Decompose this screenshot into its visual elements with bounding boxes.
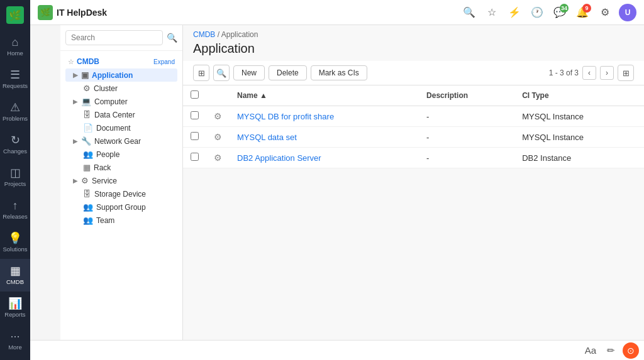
toolbar: ⊞ 🔍 New Delete Mark as CIs 1 - 3 of 3 ‹ … (183, 61, 644, 85)
nav-label-problems: Problems (3, 115, 28, 122)
ci-row-icon: ⚙ (214, 132, 222, 142)
nav-rail: 🌿 ⌂ Home ☰ Requests ⚠ Problems ↻ Changes… (0, 0, 30, 360)
reports-icon: 📊 (8, 298, 22, 309)
nav-label-more: More (8, 344, 22, 351)
nav-label-releases: Releases (3, 213, 28, 220)
nav-item-projects[interactable]: ◫ Projects (0, 161, 30, 194)
sidebar-item-application[interactable]: ▶ ▣ Application (65, 68, 177, 82)
notification-badge: 9 (582, 4, 591, 13)
flash-icon-btn[interactable]: ⚡ (506, 4, 523, 21)
sidebar-item-team[interactable]: 👥 Team (65, 214, 177, 227)
nav-item-more[interactable]: ··· More (0, 324, 30, 357)
storage-device-icon: 🗄 (83, 189, 91, 199)
table-header-row: Name ▲ Description CI Type (183, 85, 644, 106)
nav-item-reports[interactable]: 📊 Reports (0, 292, 30, 324)
data-table: Name ▲ Description CI Type ⚙ MYSQL DB fo… (183, 85, 644, 168)
sidebar-item-data-center[interactable]: 🗄 Data Center (65, 108, 177, 121)
nav-item-releases[interactable]: ↑ Releases (0, 194, 30, 226)
cmdb-root-icon: ☆ (68, 58, 74, 66)
search-icon: 🔍 (167, 33, 177, 43)
row-name[interactable]: MYSQL data set (237, 133, 297, 142)
sidebar-item-document[interactable]: 📄 Document (65, 121, 177, 134)
gear-icon-btn[interactable]: ⚙ (596, 4, 614, 21)
sidebar-item-computer[interactable]: ▶ 💻 Computer (65, 95, 177, 108)
nav-item-cmdb[interactable]: ▦ CMDB (0, 259, 30, 292)
col-name[interactable]: Name ▲ (230, 85, 419, 106)
translate-icon-btn[interactable]: Aa (582, 342, 599, 359)
col-icon (206, 85, 230, 106)
document-icon: 📄 (83, 123, 93, 133)
sidebar-item-service[interactable]: ▶ ⚙ Service (65, 174, 177, 187)
filter-btn[interactable]: 🔍 (213, 65, 230, 81)
col-description[interactable]: Description (419, 85, 514, 106)
power-icon-btn[interactable]: ⊙ (623, 342, 639, 359)
search-input[interactable] (65, 30, 163, 45)
sidebar-label-storage-device: Storage Device (94, 190, 146, 199)
avatar[interactable]: U (619, 4, 636, 21)
nav-item-requests[interactable]: ☰ Requests (0, 63, 30, 95)
row-checkbox[interactable] (191, 153, 199, 161)
sidebar-item-network-gear[interactable]: ▶ 🔧 Network Gear (65, 134, 177, 148)
row-name[interactable]: DB2 Application Server (237, 153, 321, 163)
row-name[interactable]: MYSQL DB for profit share (237, 112, 334, 121)
grid-view-btn[interactable]: ⊞ (618, 65, 634, 81)
bell-icon-btn[interactable]: 🔔 9 (574, 4, 591, 21)
col-ci-type[interactable]: CI Type (514, 85, 644, 106)
nav-label-projects: Projects (4, 180, 26, 187)
problems-icon: ⚠ (10, 102, 20, 113)
breadcrumb: CMDB / Application (183, 25, 644, 40)
nav-label-home: Home (7, 50, 23, 57)
solutions-icon: 💡 (8, 232, 22, 244)
prev-page-btn[interactable]: ‹ (582, 66, 596, 80)
support-group-icon: 👥 (83, 202, 93, 212)
row-checkbox[interactable] (191, 111, 199, 119)
network-gear-icon: 🔧 (81, 136, 91, 146)
star-icon-btn[interactable]: ☆ (483, 4, 501, 21)
releases-icon: ↑ (13, 200, 18, 211)
nav-item-changes[interactable]: ↻ Changes (0, 128, 30, 161)
more-icon: ··· (10, 330, 19, 342)
sidebar-item-support-group[interactable]: 👥 Support Group (65, 200, 177, 214)
data-center-icon: 🗄 (83, 110, 91, 119)
nav-item-home[interactable]: ⌂ Home (0, 30, 30, 63)
col-checkbox (183, 85, 206, 106)
pagination: 1 - 3 of 3 (549, 68, 579, 77)
sidebar-root-cmdb[interactable]: ☆ CMDB Expand (65, 55, 177, 68)
projects-icon: ◫ (10, 167, 21, 178)
search-icon-btn[interactable]: 🔍 (460, 4, 478, 21)
main-container: 🔍 ☆ CMDB Expand ▶ ▣ Application ⚙ Cluste… (60, 25, 644, 360)
header: 🌿 IT HelpDesk 🔍 ☆ ⚡ 🕐 💬 34 🔔 9 ⚙ U (30, 0, 644, 25)
nav-item-problems[interactable]: ⚠ Problems (0, 95, 30, 128)
nav-label-reports: Reports (4, 311, 25, 318)
clock-icon-btn[interactable]: 🕐 (528, 4, 546, 21)
sidebar-item-cluster[interactable]: ⚙ Cluster (65, 82, 177, 95)
edit-icon-btn[interactable]: ✏ (602, 342, 619, 359)
ci-row-icon: ⚙ (214, 153, 222, 163)
breadcrumb-cmdb[interactable]: CMDB (193, 30, 215, 39)
nav-item-solutions[interactable]: 💡 Solutions (0, 226, 30, 259)
rack-icon: ▦ (83, 163, 91, 172)
changes-icon: ↻ (11, 134, 20, 146)
expand-btn[interactable]: Expand (153, 58, 175, 65)
new-button[interactable]: New (233, 65, 265, 80)
select-all-checkbox[interactable] (191, 90, 199, 99)
row-ci-type: MYSQL Instance (514, 127, 644, 148)
page-title: Application (183, 40, 644, 61)
sidebar-item-people[interactable]: 👥 People (65, 148, 177, 161)
table-view-btn[interactable]: ⊞ (193, 65, 209, 81)
nav-label-cmdb: CMDB (6, 278, 24, 285)
sidebar-label-document: Document (96, 124, 131, 133)
row-checkbox[interactable] (191, 132, 199, 140)
ci-row-icon: ⚙ (214, 111, 222, 121)
sidebar-label-people: People (96, 150, 119, 159)
application-icon: ▣ (81, 70, 89, 80)
row-description: - (419, 148, 514, 168)
delete-button[interactable]: Delete (269, 65, 307, 80)
sidebar-label-team: Team (96, 216, 114, 225)
next-page-btn[interactable]: › (600, 66, 614, 80)
row-description: - (419, 127, 514, 148)
chat-icon-btn[interactable]: 💬 34 (551, 4, 569, 21)
sidebar-item-rack[interactable]: ▦ Rack (65, 161, 177, 174)
mark-as-ci-button[interactable]: Mark as CIs (311, 65, 367, 80)
sidebar-item-storage-device[interactable]: 🗄 Storage Device (65, 187, 177, 200)
